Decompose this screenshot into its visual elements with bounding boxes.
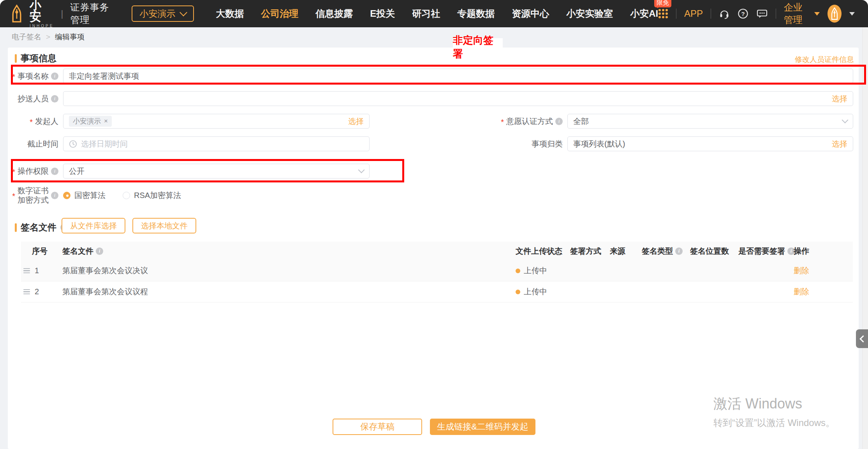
- info-icon[interactable]: [51, 72, 58, 80]
- nav-menu-item[interactable]: 小安AI 限免: [630, 7, 658, 20]
- initiator-label: * 发起人: [0, 114, 58, 129]
- col-need-sign: 是否需要签署: [738, 246, 794, 256]
- nav-menu-item-label: 大数据: [216, 8, 244, 19]
- operation-permission-label: * 操作权限: [0, 164, 58, 179]
- navbar-right: APP ?: [658, 1, 855, 26]
- collapse-panel-button[interactable]: [856, 329, 868, 348]
- clock-icon: [69, 140, 77, 148]
- nav-separator: [676, 9, 676, 19]
- cert-encryption-row: * 数字证书 加密方式 国密算法 RSA加密算法: [0, 186, 868, 205]
- info-icon[interactable]: [555, 118, 563, 125]
- row-file-name: 第届董事会第次会议决议: [62, 265, 516, 276]
- info-icon[interactable]: [51, 168, 58, 175]
- nav-menu: 大数据 公司治理 信息披露 E投关 研习社 专题数据 资源中心: [216, 7, 658, 20]
- caret-down-icon: [814, 12, 820, 18]
- nav-menu-item-label: E投关: [370, 8, 395, 19]
- workspace-selector[interactable]: 小安演示: [132, 5, 194, 22]
- page: 小安 INHOPE | 证券事务管理 小安演示 大数据 公司治理 信息披露 E投…: [0, 0, 868, 449]
- nav-menu-item[interactable]: 小安实验室: [566, 7, 613, 20]
- apps-grid-icon[interactable]: [658, 9, 668, 19]
- category-inputbox[interactable]: 事项列表(默认) 选择: [567, 136, 853, 151]
- brand-name: 小安: [30, 0, 54, 23]
- user-avatar[interactable]: [828, 5, 842, 23]
- info-icon[interactable]: [96, 247, 103, 255]
- brand-logo-icon[interactable]: [10, 4, 23, 23]
- operation-permission-value: 公开: [69, 166, 85, 177]
- drag-handle-icon[interactable]: [23, 289, 30, 295]
- section-accent-bar: [15, 223, 17, 232]
- initiator-select-link[interactable]: 选择: [348, 116, 364, 127]
- info-icon[interactable]: [51, 192, 58, 199]
- nav-menu-item[interactable]: 研习社: [412, 7, 440, 20]
- drag-handle-icon[interactable]: [23, 268, 30, 274]
- matter-name-label: * 事项名称: [0, 69, 58, 83]
- row-seq-number: 1: [35, 266, 39, 275]
- choose-local-file-button[interactable]: 选择本地文件: [132, 218, 196, 233]
- sign-files-table-header: 序号 签名文件 文件上传状态 签署方式 来源 签名类型 签名位置数 是否需要签署…: [21, 242, 853, 260]
- sign-files-section-title: 签名文件: [21, 221, 56, 233]
- breadcrumb-separator: >: [46, 33, 50, 41]
- radio-option-rsa[interactable]: RSA加密算法: [123, 190, 181, 201]
- delete-file-link[interactable]: 删除: [794, 286, 853, 297]
- operation-permission-select[interactable]: 公开: [63, 164, 370, 179]
- generate-link-qrcode-button[interactable]: 生成链接&二维码并发起: [430, 419, 535, 435]
- deadline-inputbox: [63, 136, 370, 151]
- annotation-nondirected-signing: 非定向签署: [453, 38, 503, 56]
- matter-name-inputbox: [63, 69, 853, 83]
- cc-users-inputbox[interactable]: 选择: [63, 91, 853, 106]
- cc-users-row: 抄送人员 选择: [0, 91, 868, 106]
- info-icon[interactable]: [51, 95, 58, 103]
- remove-tag-icon[interactable]: ×: [104, 117, 108, 125]
- sign-files-table-body: 1 第届董事会第次会议决议 上传中 删除 2 第届董事会第次会议议程 上传中: [21, 260, 853, 302]
- col-sign-method: 签署方式: [570, 246, 610, 256]
- col-source: 来源: [610, 246, 642, 256]
- org-management-menu[interactable]: 企业管理: [784, 1, 820, 26]
- radio-option-guomi[interactable]: 国密算法: [63, 190, 106, 201]
- table-row: 1 第届董事会第次会议决议 上传中 删除: [21, 260, 853, 281]
- radio-checked-icon: [63, 192, 70, 199]
- initiator-inputbox[interactable]: 小安演示 × 选择: [63, 114, 370, 129]
- deadline-input[interactable]: [81, 140, 364, 148]
- nav-menu-item[interactable]: 信息披露: [315, 7, 353, 20]
- nav-menu-item[interactable]: E投关: [370, 7, 395, 20]
- operation-permission-row: * 操作权限 公开: [0, 164, 868, 179]
- avatar-caret-down-icon[interactable]: [849, 12, 855, 18]
- nav-menu-item[interactable]: 大数据: [216, 7, 244, 20]
- matter-name-input[interactable]: [69, 72, 847, 81]
- radio-unchecked-icon: [123, 192, 130, 199]
- category-select-link[interactable]: 选择: [832, 139, 847, 149]
- row-upload-status: 上传中: [516, 286, 570, 297]
- help-question-icon[interactable]: ?: [738, 8, 748, 19]
- brand-logo-text[interactable]: 小安 INHOPE: [30, 0, 54, 28]
- cert-encryption-label: * 数字证书 加密方式: [0, 186, 58, 205]
- row-upload-status: 上传中: [516, 265, 570, 276]
- col-upload-status: 文件上传状态: [516, 246, 570, 256]
- edit-credentials-link[interactable]: 修改人员证件信息: [795, 55, 854, 65]
- info-icon[interactable]: [675, 247, 683, 255]
- nav-separator: [776, 9, 776, 19]
- nav-menu-item-label: 小安实验室: [566, 8, 613, 19]
- app-link[interactable]: APP: [684, 8, 703, 19]
- breadcrumb-current: 编辑事项: [55, 32, 85, 42]
- deadline-label: 截止时间: [0, 136, 58, 151]
- delete-file-link[interactable]: 删除: [794, 265, 853, 276]
- org-management-label: 企业管理: [784, 1, 811, 26]
- row-seq-cell: 2: [21, 287, 62, 296]
- will-auth-select[interactable]: 全部: [567, 114, 853, 129]
- cc-users-select-link[interactable]: 选择: [832, 94, 847, 104]
- required-asterisk: *: [12, 168, 15, 177]
- headset-support-icon[interactable]: [719, 8, 730, 19]
- choose-from-library-button[interactable]: 从文件库选择: [62, 218, 125, 233]
- required-asterisk: *: [12, 192, 15, 201]
- feedback-message-icon[interactable]: [756, 8, 768, 19]
- nav-menu-item[interactable]: 资源中心: [512, 7, 549, 20]
- nav-menu-item[interactable]: 公司治理: [261, 7, 298, 20]
- nav-menu-item[interactable]: 专题数据: [457, 7, 495, 20]
- save-draft-button[interactable]: 保存草稿: [333, 419, 422, 435]
- will-auth-label: * 意愿认证方式: [489, 114, 563, 129]
- top-navbar: 小安 INHOPE | 证券事务管理 小安演示 大数据 公司治理 信息披露 E投…: [0, 0, 868, 27]
- required-asterisk: *: [501, 118, 504, 127]
- breadcrumb-root[interactable]: 电子签名: [12, 32, 41, 42]
- vertical-scrollbar[interactable]: [862, 27, 868, 449]
- col-file: 签名文件: [62, 246, 516, 256]
